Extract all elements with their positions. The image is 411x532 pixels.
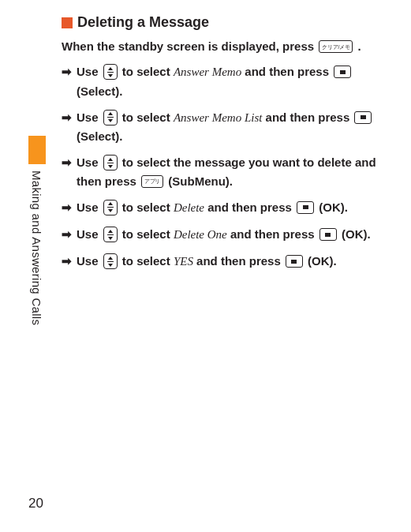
step-arrow-icon: ➡ xyxy=(62,62,72,100)
section-color-tab xyxy=(28,136,46,164)
page-number: 20 xyxy=(28,496,43,511)
step-text: Use to select Delete One and then press … xyxy=(77,225,389,244)
step: ➡Use to select Delete One and then press… xyxy=(62,225,389,244)
step-arrow-icon: ➡ xyxy=(62,198,72,217)
menu-term: YES xyxy=(174,255,193,268)
lead-suffix: . xyxy=(358,39,361,53)
step-text: Use to select Delete and then press (OK)… xyxy=(77,198,389,217)
step-arrow-icon: ➡ xyxy=(62,153,72,190)
heading-text: Deleting a Message xyxy=(77,14,209,31)
nav-updown-key-icon xyxy=(103,64,118,80)
center-key-icon xyxy=(319,228,337,241)
step-list: ➡Use to select Answer Memo and then pres… xyxy=(62,62,389,271)
step-text: Use to select Answer Memo and then press… xyxy=(77,62,389,100)
step-arrow-icon: ➡ xyxy=(62,252,72,271)
side-section-label: Making and Answering Calls xyxy=(30,170,43,325)
step: ➡Use to select Delete and then press (OK… xyxy=(62,198,389,217)
menu-term: Delete One xyxy=(174,228,227,241)
lead-prefix: When the standby screen is displayed, pr… xyxy=(62,39,317,53)
nav-updown-key-icon xyxy=(103,110,118,126)
soft-key-icon: アプリ xyxy=(141,175,163,188)
step: ➡Use to select YES and then press (OK). xyxy=(62,252,389,271)
step-text: Use to select the message you want to de… xyxy=(77,153,389,190)
step: ➡Use to select Answer Memo List and then… xyxy=(62,108,389,146)
nav-updown-key-icon xyxy=(103,253,118,269)
page: Making and Answering Calls 20 Deleting a… xyxy=(0,0,411,532)
menu-term: Answer Memo xyxy=(174,66,241,78)
clear-memo-key-icon: クリア/メモ xyxy=(319,40,353,53)
section-heading: Deleting a Message xyxy=(62,14,389,31)
nav-updown-key-icon xyxy=(103,200,118,215)
lead-line: When the standby screen is displayed, pr… xyxy=(62,39,389,54)
nav-updown-key-icon xyxy=(103,227,118,242)
menu-term: Answer Memo List xyxy=(174,111,263,124)
step-text: Use to select YES and then press (OK). xyxy=(77,252,389,271)
step-arrow-icon: ➡ xyxy=(62,225,72,244)
clear-memo-key-label: クリア/メモ xyxy=(322,44,349,50)
center-key-icon xyxy=(286,255,303,268)
step: ➡Use to select Answer Memo and then pres… xyxy=(62,62,389,100)
step-text: Use to select Answer Memo List and then … xyxy=(77,108,389,146)
step: ➡Use to select the message you want to d… xyxy=(62,153,389,190)
center-key-icon xyxy=(334,66,351,78)
soft-key-label: アプリ xyxy=(144,178,160,184)
nav-updown-key-icon xyxy=(103,155,118,170)
center-key-icon xyxy=(354,111,372,124)
heading-square-icon xyxy=(62,17,73,28)
content-area: Deleting a Message When the standby scre… xyxy=(0,0,411,272)
menu-term: Delete xyxy=(174,201,204,214)
center-key-icon xyxy=(297,201,314,214)
step-arrow-icon: ➡ xyxy=(62,108,72,146)
